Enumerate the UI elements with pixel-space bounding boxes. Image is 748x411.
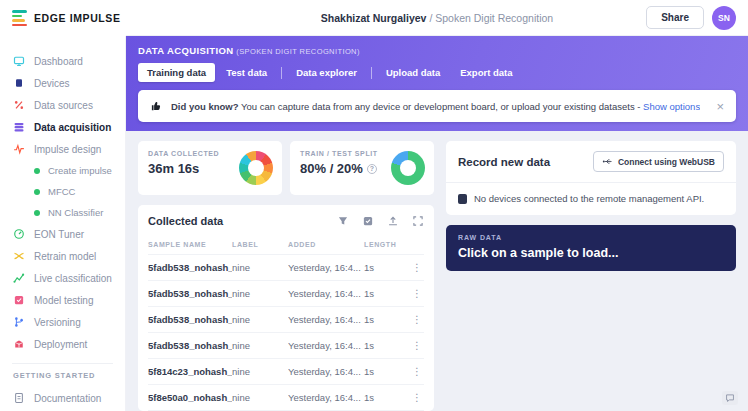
sidebar-item-label: Dashboard	[34, 56, 83, 67]
table-row[interactable]: 5fadb538_nohash_3 nine Yesterday, 16:4..…	[148, 280, 424, 306]
sidebar-item-label: Model testing	[34, 295, 93, 306]
cell-added: Yesterday, 16:4...	[288, 366, 364, 377]
table-row[interactable]: 5fadb538_nohash_4 nine Yesterday, 16:4..…	[148, 254, 424, 280]
sidebar-divider	[12, 363, 113, 364]
sidebar-item-label: Data sources	[34, 100, 93, 111]
close-icon[interactable]: ×	[716, 100, 724, 113]
record-card-divider	[446, 182, 736, 183]
cell-sample-name[interactable]: 5fadb538_nohash_2	[148, 314, 232, 325]
row-menu-icon[interactable]: ⋮	[400, 288, 424, 299]
sidebar-item-devices[interactable]: Devices	[0, 72, 125, 94]
cell-sample-name[interactable]: 5fadb538_nohash_3	[148, 288, 232, 299]
show-options-link[interactable]: Show options	[643, 101, 700, 112]
thumbs-up-icon	[150, 100, 162, 112]
data-acquisition-banner: DATA ACQUISITION (SPOKEN DIGIT RECOGNITI…	[126, 36, 748, 131]
row-menu-icon[interactable]: ⋮	[400, 314, 424, 325]
cell-label: nine	[232, 314, 288, 325]
row-menu-icon[interactable]: ⋮	[400, 392, 424, 403]
sidebar-item-label: Data acquisition	[34, 122, 111, 133]
row-menu-icon[interactable]: ⋮	[400, 262, 424, 273]
sidebar-item-versioning[interactable]: Versioning	[0, 311, 125, 333]
table-row[interactable]: 5fadb538_nohash_2 nine Yesterday, 16:4..…	[148, 306, 424, 332]
breadcrumb-project: Spoken Digit Recognition	[435, 12, 553, 24]
data-sources-icon	[13, 99, 25, 111]
green-dot-icon	[34, 168, 40, 174]
sidebar-subitem-mfcc[interactable]: MFCC	[0, 181, 125, 202]
table-row[interactable]: 5fadb538_nohash_1 nine Yesterday, 16:4..…	[148, 332, 424, 358]
expand-icon[interactable]	[412, 215, 424, 227]
did-you-know-banner: Did you know? You can capture data from …	[138, 90, 736, 122]
sidebar-subitem-label: NN Classifier	[48, 207, 103, 218]
share-button[interactable]: Share	[646, 6, 704, 29]
sidebar-item-deployment[interactable]: Deployment	[0, 333, 125, 355]
sidebar-subitem-create-impulse[interactable]: Create impulse	[0, 160, 125, 181]
usb-icon	[602, 156, 613, 167]
cell-length: 1s	[364, 366, 400, 377]
row-menu-icon[interactable]: ⋮	[400, 366, 424, 377]
avatar[interactable]: SN	[712, 6, 736, 30]
collected-data-card: Collected data	[138, 205, 434, 411]
sidebar-item-documentation[interactable]: Documentation	[0, 387, 125, 409]
sidebar-item-data-sources[interactable]: Data sources	[0, 94, 125, 116]
sidebar-item-impulse-design[interactable]: Impulse design	[0, 138, 125, 160]
collected-data-title: Collected data	[148, 215, 223, 227]
column-label[interactable]: LABEL	[232, 241, 288, 248]
dashboard-icon	[13, 55, 25, 67]
column-added[interactable]: ADDED	[288, 241, 364, 248]
cell-added: Yesterday, 16:4...	[288, 392, 364, 403]
tab-export-data[interactable]: Export data	[451, 63, 521, 82]
sidebar-item-label: EON Tuner	[34, 229, 84, 240]
column-sample-name[interactable]: SAMPLE NAME	[148, 241, 232, 248]
data-collected-donut-chart	[239, 151, 273, 185]
table-row[interactable]: 5f8e50a0_nohash_0 nine Yesterday, 16:4..…	[148, 384, 424, 410]
sidebar-item-label: Retrain model	[34, 251, 96, 262]
help-icon[interactable]: ?	[367, 164, 377, 174]
data-tabs: Training data Test data Data explorer Up…	[138, 63, 736, 82]
main-panel: DATA ACQUISITION (SPOKEN DIGIT RECOGNITI…	[126, 36, 748, 411]
edge-impulse-logo-icon	[12, 10, 28, 26]
edge-impulse-logo[interactable]: EDGE IMPULSE	[0, 0, 126, 36]
row-menu-icon[interactable]: ⋮	[400, 340, 424, 351]
cell-sample-name[interactable]: 5f8e50a0_nohash_0	[148, 392, 232, 403]
column-length[interactable]: LENGTH	[364, 241, 400, 248]
cell-label: nine	[232, 262, 288, 273]
tab-test-data[interactable]: Test data	[217, 63, 276, 82]
tab-data-explorer[interactable]: Data explorer	[287, 63, 366, 82]
train-test-split-card: TRAIN / TEST SPLIT 80% / 20% ?	[290, 141, 434, 195]
retrain-model-icon	[13, 250, 25, 262]
cell-sample-name[interactable]: 5f814c23_nohash_0	[148, 366, 232, 377]
connect-webusb-button[interactable]: Connect using WebUSB	[593, 151, 724, 172]
tab-training-data[interactable]: Training data	[138, 63, 215, 82]
sidebar-item-data-acquisition[interactable]: Data acquisition	[0, 116, 125, 138]
cell-sample-name[interactable]: 5fadb538_nohash_4	[148, 262, 232, 273]
page-title-main: DATA ACQUISITION	[138, 45, 234, 56]
tab-upload-data[interactable]: Upload data	[377, 63, 449, 82]
versioning-icon	[13, 316, 25, 328]
cell-length: 1s	[364, 340, 400, 351]
sidebar-item-label: Versioning	[34, 317, 81, 328]
did-you-know-body: You can capture data from any device or …	[239, 101, 644, 112]
breadcrumb-user[interactable]: Shakhizat Nurgaliyev	[321, 12, 427, 24]
upload-icon[interactable]	[387, 215, 399, 227]
tab-divider	[281, 67, 282, 79]
sidebar-item-retrain-model[interactable]: Retrain model	[0, 245, 125, 267]
sidebar: Dashboard Devices Data sources Data acqu…	[0, 36, 126, 411]
table-row[interactable]: 5f814c23_nohash_0 nine Yesterday, 16:4..…	[148, 358, 424, 384]
filter-icon[interactable]	[337, 215, 349, 227]
no-devices-text: No devices connected to the remote manag…	[474, 193, 704, 204]
sidebar-item-eon-tuner[interactable]: EON Tuner	[0, 223, 125, 245]
sidebar-item-model-testing[interactable]: Model testing	[0, 289, 125, 311]
cell-sample-name[interactable]: 5fadb538_nohash_1	[148, 340, 232, 351]
sidebar-item-label: Deployment	[34, 339, 87, 350]
cell-label: nine	[232, 366, 288, 377]
sidebar-subitem-nn-classifier[interactable]: NN Classifier	[0, 202, 125, 223]
did-you-know-text: Did you know? You can capture data from …	[171, 101, 700, 112]
feedback-icon[interactable]	[722, 391, 738, 405]
select-multiple-icon[interactable]	[362, 215, 374, 227]
sidebar-item-live-classification[interactable]: Live classification	[0, 267, 125, 289]
sidebar-subitem-label: MFCC	[48, 186, 75, 197]
sidebar-item-dashboard[interactable]: Dashboard	[0, 50, 125, 72]
logo-text: EDGE IMPULSE	[34, 12, 121, 24]
content-area: DATA COLLECTED 36m 16s TRAIN / TEST SPLI…	[126, 131, 748, 411]
cell-added: Yesterday, 16:4...	[288, 288, 364, 299]
